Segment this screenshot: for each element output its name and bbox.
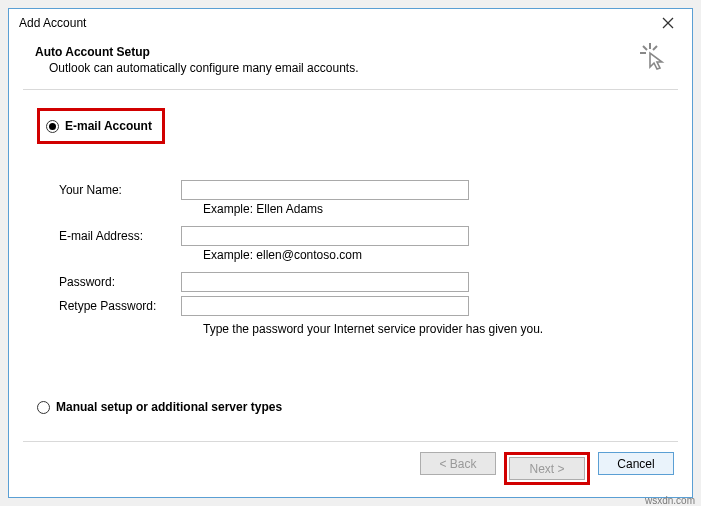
buttons: < Back Next > Cancel — [23, 452, 678, 485]
email-row: E-mail Address: — [59, 226, 664, 246]
password-row: Password: — [59, 272, 664, 292]
content-area: E-mail Account Your Name: Example: Ellen… — [9, 90, 692, 424]
close-button[interactable] — [648, 11, 688, 35]
retype-password-input[interactable] — [181, 296, 469, 316]
email-label: E-mail Address: — [59, 229, 181, 243]
email-account-label: E-mail Account — [65, 119, 152, 133]
manual-setup-option[interactable]: Manual setup or additional server types — [37, 400, 664, 414]
email-example: Example: ellen@contoso.com — [203, 248, 664, 262]
password-hint: Type the password your Internet service … — [203, 322, 664, 336]
svg-line-5 — [653, 46, 657, 50]
email-account-option[interactable]: E-mail Account — [46, 119, 152, 133]
next-button[interactable]: Next > — [509, 457, 585, 480]
your-name-example: Example: Ellen Adams — [203, 202, 664, 216]
back-button: < Back — [420, 452, 496, 475]
form-area: Your Name: Example: Ellen Adams E-mail A… — [59, 180, 664, 336]
add-account-dialog: Add Account Auto Account Setup Outlook c… — [8, 8, 693, 498]
close-icon — [662, 17, 674, 29]
cancel-button[interactable]: Cancel — [598, 452, 674, 475]
password-input[interactable] — [181, 272, 469, 292]
button-bar: < Back Next > Cancel — [23, 441, 678, 485]
cursor-sparkle-icon — [638, 41, 668, 71]
svg-line-4 — [643, 46, 647, 50]
email-input[interactable] — [181, 226, 469, 246]
header-heading: Auto Account Setup — [35, 45, 672, 59]
radio-icon — [46, 120, 59, 133]
titlebar: Add Account — [9, 9, 692, 37]
button-separator — [23, 441, 678, 442]
retype-row: Retype Password: — [59, 296, 664, 316]
window-title: Add Account — [19, 16, 648, 30]
your-name-label: Your Name: — [59, 183, 181, 197]
header: Auto Account Setup Outlook can automatic… — [9, 37, 692, 89]
your-name-row: Your Name: — [59, 180, 664, 200]
next-button-highlight: Next > — [504, 452, 590, 485]
password-label: Password: — [59, 275, 181, 289]
radio-icon — [37, 401, 50, 414]
attribution-text: wsxdn.com — [645, 495, 695, 506]
manual-setup-label: Manual setup or additional server types — [56, 400, 282, 414]
email-account-highlight: E-mail Account — [37, 108, 165, 144]
retype-label: Retype Password: — [59, 299, 181, 313]
your-name-input[interactable] — [181, 180, 469, 200]
header-subtitle: Outlook can automatically configure many… — [49, 61, 672, 75]
